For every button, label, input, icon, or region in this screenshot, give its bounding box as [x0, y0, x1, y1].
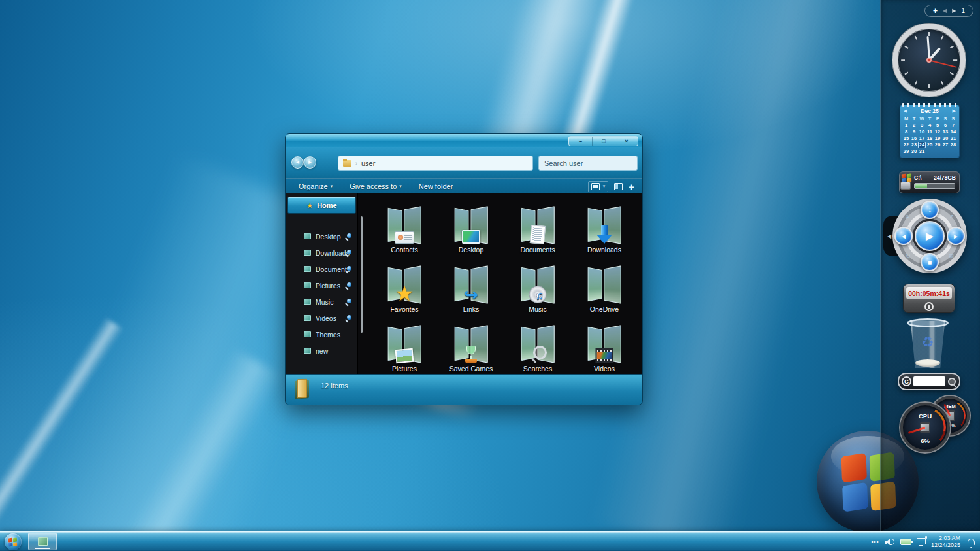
- file-item-searches[interactable]: Searches: [504, 313, 571, 373]
- volume-button[interactable]: ↕: [921, 201, 939, 219]
- calendar-day[interactable]: 16: [910, 135, 918, 142]
- file-item-desktop[interactable]: Desktop: [438, 194, 504, 254]
- recycle-bin[interactable]: ♻: [907, 318, 949, 368]
- file-item-music[interactable]: ♫ Music: [504, 254, 571, 313]
- calendar-day[interactable]: 18: [926, 135, 934, 142]
- new-folder-button[interactable]: New folder: [419, 182, 453, 190]
- playlist-icon[interactable]: ≡: [906, 213, 909, 220]
- taskbar-item-explorer[interactable]: [28, 533, 57, 550]
- calendar-day[interactable]: 28: [949, 142, 957, 148]
- file-item-documents[interactable]: Documents: [504, 194, 571, 254]
- calendar-day[interactable]: 4: [926, 122, 934, 129]
- calendar-day[interactable]: 6: [941, 122, 949, 129]
- maximize-button[interactable]: □: [592, 137, 615, 146]
- battery-icon[interactable]: [900, 539, 911, 545]
- calendar-day[interactable]: 13: [941, 129, 949, 135]
- calendar-day[interactable]: 2: [910, 122, 918, 129]
- file-item-favorites[interactable]: ★ Favorites: [371, 254, 438, 313]
- expand-ribbon-button[interactable]: +: [629, 181, 634, 192]
- repeat-icon[interactable]: ↻: [906, 252, 911, 259]
- calendar-day[interactable]: 19: [934, 135, 941, 142]
- calendar-day[interactable]: 10: [918, 129, 926, 135]
- timer-gadget[interactable]: 00h:05m:41s: [903, 284, 955, 313]
- volume-icon[interactable]: [885, 538, 895, 546]
- address-bar[interactable]: › user: [338, 156, 533, 171]
- forward-button[interactable]: ►: [304, 156, 316, 169]
- back-button[interactable]: ◄: [291, 156, 304, 169]
- calendar-day[interactable]: 22: [902, 142, 910, 148]
- cpu-gauge-gadget[interactable]: CPU 6%: [900, 403, 950, 452]
- sidebar-item-pictures[interactable]: Pictures: [286, 277, 357, 293]
- calendar-day[interactable]: 27: [941, 142, 949, 148]
- gadget-search-input[interactable]: [913, 376, 945, 386]
- hidden-icons-button[interactable]: ⋯: [871, 537, 879, 546]
- sidebar-item-music[interactable]: Music: [286, 293, 357, 310]
- open-icon[interactable]: ↗: [949, 213, 954, 220]
- sidebar-item-themes[interactable]: Themes: [286, 326, 357, 342]
- file-item-pictures[interactable]: Pictures: [371, 313, 438, 373]
- sidebar-item-downloads[interactable]: Downloads: [286, 244, 357, 261]
- calendar-day[interactable]: 25: [926, 142, 934, 148]
- give-access-button[interactable]: Give access to ▾: [350, 182, 402, 190]
- timer-power-icon[interactable]: [924, 302, 934, 311]
- stop-button[interactable]: ■: [921, 253, 939, 271]
- calendar-day[interactable]: 3: [918, 122, 926, 129]
- sidebar-item-new[interactable]: new: [286, 342, 357, 359]
- calendar-day[interactable]: 11: [926, 129, 934, 135]
- minimize-button[interactable]: –: [569, 137, 592, 146]
- sidebar-item-videos[interactable]: Videos: [286, 310, 357, 326]
- sidebar-item-home[interactable]: ★ Home: [287, 197, 356, 214]
- file-item-downloads[interactable]: Downloads: [571, 194, 638, 254]
- calendar-day[interactable]: 24: [918, 142, 926, 148]
- next-button[interactable]: ►: [947, 227, 965, 245]
- calendar-prev-button[interactable]: ◀: [904, 109, 907, 114]
- calendar-day[interactable]: 17: [918, 135, 926, 142]
- clock-gadget[interactable]: [892, 24, 966, 97]
- calendar-day[interactable]: 7: [949, 122, 957, 129]
- calendar-day[interactable]: 29: [902, 148, 910, 155]
- file-item-saved-games[interactable]: Saved Games: [438, 313, 504, 373]
- calendar-day[interactable]: 30: [910, 148, 918, 155]
- search-gadget[interactable]: G: [898, 373, 960, 390]
- network-icon[interactable]: [917, 538, 926, 544]
- calendar-day[interactable]: 20: [941, 135, 949, 142]
- calendar-next-button[interactable]: ▶: [953, 109, 956, 114]
- calendar-day[interactable]: 21: [949, 135, 957, 142]
- preview-pane-button[interactable]: [614, 183, 623, 190]
- calendar-day[interactable]: 26: [934, 142, 941, 148]
- sidebar-pager[interactable]: + ◀ ▶ 1: [924, 5, 973, 17]
- organize-button[interactable]: Organize ▾: [299, 182, 333, 190]
- views-icon[interactable]: [591, 183, 600, 190]
- notification-bell-icon[interactable]: [968, 539, 975, 545]
- page-prev-button[interactable]: ◀: [943, 8, 947, 14]
- previous-button[interactable]: ◄: [894, 227, 913, 245]
- magnifier-icon[interactable]: [947, 377, 956, 386]
- file-item-onedrive[interactable]: OneDrive: [571, 254, 638, 313]
- calendar-day[interactable]: 23: [910, 142, 918, 148]
- calendar-day[interactable]: 31: [918, 148, 926, 155]
- breadcrumb-path[interactable]: user: [361, 159, 375, 167]
- calendar-day[interactable]: 12: [934, 129, 941, 135]
- add-gadget-button[interactable]: +: [933, 7, 938, 16]
- views-dropdown[interactable]: ▾: [603, 184, 606, 189]
- search-input[interactable]: [539, 156, 637, 170]
- file-item-links[interactable]: ↪ Links: [438, 254, 504, 313]
- search-box[interactable]: [538, 156, 638, 171]
- calendar-gadget[interactable]: ◀ Dec 25 ▶ MTWTFSS1234567891011121314151…: [900, 105, 960, 158]
- calendar-day[interactable]: 15: [902, 135, 910, 142]
- calendar-day[interactable]: 14: [949, 129, 957, 135]
- page-next-button[interactable]: ▶: [952, 8, 956, 14]
- start-button[interactable]: [5, 533, 22, 550]
- calendar-day[interactable]: 8: [902, 129, 910, 135]
- sidebar-item-documents[interactable]: Documents: [286, 261, 357, 277]
- sidebar-item-desktop[interactable]: Desktop: [286, 228, 357, 244]
- file-item-contacts[interactable]: Contacts: [371, 194, 438, 254]
- drive-meter-gadget[interactable]: C:\ 24/78GB: [899, 171, 960, 193]
- scrollbar[interactable]: [361, 216, 363, 333]
- calendar-day[interactable]: 1: [902, 122, 910, 129]
- play-button[interactable]: ►: [915, 221, 945, 251]
- media-player-gadget[interactable]: ≡ ↗ ↻ ▤ ↕ ◄ ► ► ■: [892, 199, 967, 273]
- taskbar-clock[interactable]: 2:03 AM 12/24/2025: [931, 535, 960, 549]
- file-item-videos[interactable]: Videos: [571, 313, 638, 373]
- calendar-day[interactable]: 9: [910, 129, 918, 135]
